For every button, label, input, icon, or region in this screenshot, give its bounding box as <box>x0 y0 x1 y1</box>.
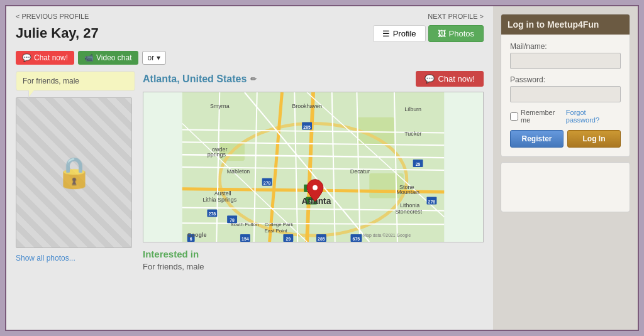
svg-text:Mountain: Mountain <box>396 189 419 195</box>
chat-now-right-button[interactable]: 💬 Chat now! <box>416 71 484 87</box>
edit-location-icon[interactable]: ✏ <box>250 75 257 84</box>
tab-photos[interactable]: 🖼 Photos <box>428 25 484 42</box>
svg-text:Mableton: Mableton <box>227 168 250 175</box>
svg-text:East Point: East Point <box>264 228 287 234</box>
svg-text:Lithia Springs: Lithia Springs <box>203 197 237 203</box>
register-button[interactable]: Register <box>510 130 564 148</box>
photos-icon: 🖼 <box>438 29 446 38</box>
svg-text:Smyrna: Smyrna <box>210 103 230 109</box>
svg-text:Stonecrest: Stonecrest <box>395 209 422 215</box>
svg-text:Decatur: Decatur <box>350 168 370 175</box>
speech-bubble: For friends, male <box>16 71 135 91</box>
login-buttons: Register Log In <box>510 130 621 148</box>
svg-text:pprings: pprings <box>208 151 226 158</box>
forgot-password-link[interactable]: Forgot password? <box>566 109 621 124</box>
svg-text:Lilburn: Lilburn <box>404 106 421 112</box>
svg-text:Austell: Austell <box>214 190 231 197</box>
remember-me-label[interactable]: Remember me <box>510 109 566 124</box>
login-box: Log in to Meetup4Fun Mail/name: Password… <box>501 14 630 157</box>
location-text: Atlanta, United States ✏ <box>143 73 257 85</box>
chat-icon-right: 💬 <box>425 74 435 84</box>
location-header: Atlanta, United States ✏ 💬 Chat now! <box>143 71 484 87</box>
action-buttons: 💬 Chat now! 📹 Video chat or ▾ <box>16 51 484 65</box>
svg-text:285: 285 <box>318 237 325 241</box>
chat-now-button[interactable]: 💬 Chat now! <box>16 51 74 65</box>
mail-input[interactable] <box>510 53 621 69</box>
svg-text:285: 285 <box>303 125 311 129</box>
show-all-photos-link[interactable]: Show all photos... <box>16 254 75 263</box>
svg-text:154: 154 <box>242 237 249 241</box>
login-button[interactable]: Log In <box>567 130 621 148</box>
lock-icon: 🔒 <box>55 155 93 190</box>
password-label: Password: <box>510 75 621 84</box>
svg-text:278: 278 <box>264 181 271 185</box>
svg-text:29: 29 <box>416 162 421 166</box>
nav-bar: < PREVIOUS PROFILE NEXT PROFILE > <box>16 13 484 20</box>
svg-text:Google: Google <box>187 232 207 238</box>
or-dropdown-button[interactable]: or ▾ <box>142 51 166 65</box>
svg-text:675: 675 <box>353 237 360 241</box>
password-field: Password: <box>510 75 621 102</box>
profile-name: Julie Kay, 27 <box>16 25 99 41</box>
tab-profile[interactable]: ☰ Profile <box>373 25 426 42</box>
svg-text:Brookhaven: Brookhaven <box>292 103 322 109</box>
left-column: For friends, male 🔒 Show all photos... <box>16 71 135 271</box>
interested-in-section: Interested in For friends, male <box>143 249 484 271</box>
right-column: Atlanta, United States ✏ 💬 Chat now! <box>143 71 484 271</box>
svg-text:Lithonia: Lithonia <box>400 202 419 209</box>
remember-me-checkbox[interactable] <box>510 112 518 121</box>
svg-text:Map data ©2021 Google: Map data ©2021 Google <box>363 233 411 238</box>
svg-text:Tucker: Tucker <box>404 131 421 137</box>
sidebar-ad <box>501 162 630 212</box>
tabs-container: ☰ Profile 🖼 Photos <box>373 25 484 42</box>
svg-text:278: 278 <box>209 212 216 216</box>
login-title: Log in to Meetup4Fun <box>501 14 630 35</box>
map-container: 285 29 278 29 285 675 154 <box>143 92 484 242</box>
video-icon: 📹 <box>84 53 94 62</box>
svg-text:278: 278 <box>428 200 436 204</box>
mail-field: Mail/name: <box>510 42 621 69</box>
svg-text:29: 29 <box>286 237 291 241</box>
interested-in-heading: Interested in <box>143 249 484 259</box>
profile-icon: ☰ <box>382 29 390 38</box>
sidebar: Log in to Meetup4Fun Mail/name: Password… <box>493 6 638 330</box>
chat-icon: 💬 <box>22 53 31 62</box>
svg-text:South Fulton: South Fulton <box>230 222 258 227</box>
next-profile-link[interactable]: NEXT PROFILE > <box>428 13 484 20</box>
login-options: Remember me Forgot password? <box>510 109 621 124</box>
password-input[interactable] <box>510 86 621 102</box>
svg-point-69 <box>313 185 318 190</box>
interested-in-text: For friends, male <box>143 262 484 271</box>
video-chat-button[interactable]: 📹 Video chat <box>78 51 138 65</box>
mail-label: Mail/name: <box>510 42 621 51</box>
map-svg: 285 29 278 29 285 675 154 <box>143 92 483 242</box>
photo-placeholder: 🔒 <box>16 97 132 248</box>
svg-text:College Park: College Park <box>265 222 293 227</box>
prev-profile-link[interactable]: < PREVIOUS PROFILE <box>16 13 89 20</box>
